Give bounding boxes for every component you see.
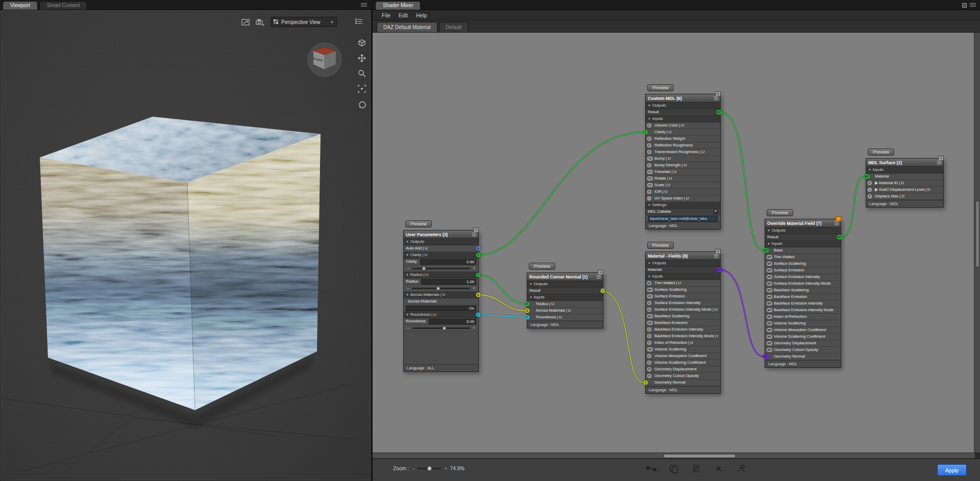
output-row[interactable]: ResultMT [765, 234, 841, 241]
input-row[interactable]: MTVolume Scattering Coefficient [765, 334, 841, 340]
input-row[interactable]: FIndex of Refraction | U [646, 340, 720, 346]
import-block-icon[interactable] [668, 463, 679, 474]
output-row[interactable]: MaterialMT [646, 267, 720, 273]
delete-node-icon[interactable]: × [713, 463, 724, 474]
input-port[interactable]: MT [766, 288, 773, 293]
slider-minus[interactable]: − [407, 265, 409, 271]
preview-button[interactable]: Preview [647, 84, 674, 91]
input-row[interactable]: BFSurface Scattering [646, 287, 720, 293]
node-user-parameters[interactable]: Preview×User Parameters (3)▼OutputsAuto … [403, 230, 479, 372]
param-header[interactable]: ▼Radius | UF [404, 272, 478, 279]
input-port[interactable]: MT [766, 301, 773, 306]
close-node-icon[interactable]: × [715, 249, 721, 254]
node-title[interactable]: Material - Fields (8) [646, 252, 720, 260]
input-port[interactable]: MT [766, 321, 773, 326]
input-port[interactable]: MT [766, 314, 773, 319]
input-row[interactable]: F2Translate | U [646, 169, 720, 175]
slider-plus[interactable]: + [473, 325, 475, 331]
input-port[interactable]: F [647, 340, 652, 345]
value-row[interactable]: Clarity0.50 [404, 259, 478, 265]
node-canvas[interactable]: Preview×User Parameters (3)▼OutputsAuto … [373, 33, 975, 452]
input-row[interactable]: CVolume Scattering Coefficient [646, 360, 720, 366]
input-row[interactable]: MTBackface Scattering [765, 287, 841, 294]
tab-smart-content[interactable]: Smart Content [39, 1, 87, 10]
input-row[interactable]: BFBackface Scattering [646, 313, 720, 320]
input-row[interactable]: MTBackface Emission [765, 294, 841, 300]
section-header[interactable]: ▼Outputs [646, 260, 720, 267]
input-port[interactable]: F2 [647, 169, 653, 174]
input-row[interactable]: MTBackface Emission Intensity [765, 300, 841, 307]
customize-tools-icon[interactable] [736, 463, 747, 474]
input-port[interactable]: MT [766, 347, 773, 352]
node-title[interactable]: MDL Surface (2) [866, 159, 943, 167]
input-port[interactable]: F [647, 373, 652, 378]
zoom-in-button[interactable]: + [444, 466, 447, 471]
input-port[interactable]: MT [766, 274, 773, 280]
input-port[interactable]: EF [647, 294, 653, 299]
input-row[interactable]: FClarity | U [646, 129, 720, 136]
tab-default[interactable]: Default [439, 22, 469, 32]
export-block-icon[interactable] [691, 463, 702, 474]
slider-track[interactable] [412, 268, 470, 269]
wire[interactable] [721, 112, 764, 250]
tab-daz-default-material[interactable]: DAZ Default Material [377, 22, 437, 32]
wire[interactable] [603, 291, 644, 383]
input-row[interactable]: MTSurface Emission Intensity Mode [765, 281, 841, 287]
node-title[interactable]: Override Material Field (7) [765, 219, 841, 227]
close-node-icon[interactable]: × [715, 91, 721, 96]
input-row[interactable]: MTMaterial [866, 173, 943, 180]
input-row[interactable]: CSurface Emission Intensity [646, 300, 720, 307]
value-field[interactable]: On [406, 306, 476, 311]
preview-button[interactable]: Preview [767, 209, 793, 216]
close-node-icon[interactable]: × [473, 227, 479, 233]
output-row[interactable]: ResultMT [646, 109, 720, 116]
input-port[interactable]: I [647, 196, 652, 201]
output-port[interactable]: F [476, 252, 481, 258]
input-port[interactable]: MT [766, 341, 773, 346]
slider-knob[interactable] [443, 326, 446, 330]
section-header[interactable]: ▼Outputs [404, 239, 478, 245]
section-header[interactable]: ▼Outputs [527, 281, 603, 288]
input-port[interactable]: I [867, 187, 872, 192]
camera-icon[interactable] [255, 18, 265, 27]
input-row[interactable]: MTSurface Emission [765, 267, 841, 274]
input-port[interactable]: VF [647, 347, 653, 352]
node-rounded-corner-normal[interactable]: Preview×Rounded Corner Normal (1)▼Output… [527, 272, 603, 328]
input-port[interactable]: MT [766, 294, 773, 299]
tab-shader-mixer[interactable]: Shader Mixer [375, 1, 421, 10]
input-port[interactable]: F2 [647, 176, 653, 181]
input-row[interactable]: CVolume Color | U [646, 122, 720, 129]
node-options-icon[interactable] [714, 254, 718, 258]
wire[interactable] [479, 132, 644, 255]
hscroll-thumb[interactable] [664, 454, 736, 458]
wire[interactable] [721, 270, 764, 357]
section-header[interactable]: ▼Inputs [866, 167, 943, 173]
output-port[interactable]: MT [716, 267, 723, 272]
menu-edit[interactable]: Edit [395, 12, 412, 18]
viewport-3d[interactable]: Perspective View ▼ Front [1, 10, 371, 480]
input-port[interactable]: MT [763, 248, 769, 253]
zoom-out-button[interactable]: − [412, 466, 414, 471]
param-header[interactable]: ▼Roundness | UF [404, 312, 478, 318]
output-port[interactable]: MT [837, 235, 843, 240]
node-material-fields[interactable]: Preview×Material - Fields (8)▼OutputsMat… [645, 251, 721, 394]
output-port[interactable]: F [476, 312, 481, 317]
input-row[interactable]: FReflection Roughness [646, 142, 720, 149]
section-header[interactable]: ▼Outputs [765, 227, 841, 234]
section-header[interactable]: ▼Settings [646, 202, 720, 209]
section-header[interactable]: ▼Inputs [646, 273, 720, 280]
node-custom-mdl[interactable]: Preview×Custom MDL (6)▼OutputsResultMT▼I… [645, 94, 721, 230]
input-row[interactable]: FTransmission Roughness | U [646, 149, 720, 156]
input-port[interactable]: P [647, 367, 652, 372]
zoom-icon[interactable] [356, 68, 368, 79]
input-port[interactable]: Y [643, 380, 648, 385]
glass-cube[interactable] [40, 117, 321, 410]
slider-track[interactable] [412, 327, 470, 329]
slider-plus[interactable]: + [473, 285, 475, 291]
slider-row[interactable]: −+ [404, 325, 478, 332]
field-row[interactable]: liquid/clear_lake.mdl@clear_lake [646, 215, 720, 222]
rotate-view-icon[interactable] [356, 98, 368, 110]
preview-button[interactable]: Preview [647, 242, 674, 249]
zoom-slider-knob[interactable] [427, 466, 432, 471]
slider-minus[interactable]: − [407, 325, 409, 331]
